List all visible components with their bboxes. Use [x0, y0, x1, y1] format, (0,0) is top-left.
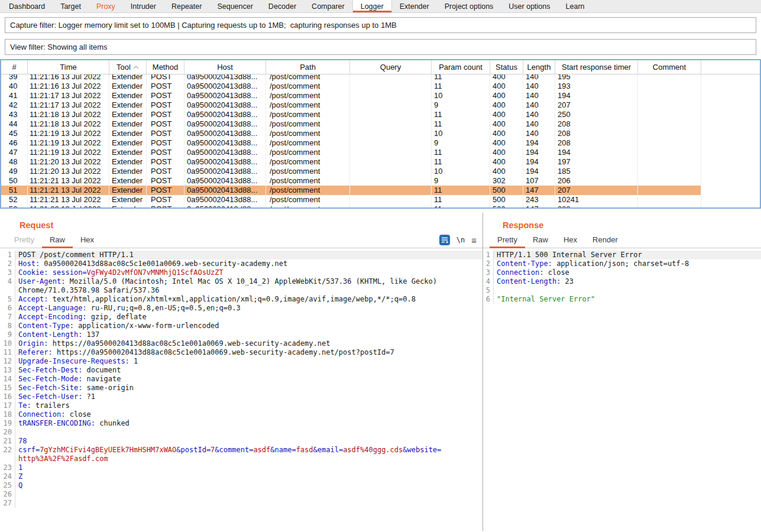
- cell-host: 0a9500020413d88...: [184, 91, 266, 100]
- line-content: Sec-Fetch-Site: same-origin: [15, 384, 482, 392]
- tab-comparer[interactable]: Comparer: [304, 0, 352, 12]
- cell-comment: [638, 195, 701, 205]
- line-content: Accept-Language: ru-RU,ru;q=0.8,en-US;q=…: [15, 304, 482, 313]
- request-editor[interactable]: 1POST /post/comment HTTP/1.12Host: 0a950…: [0, 248, 482, 508]
- cell-param_count: 11: [432, 157, 490, 167]
- cell-path: /post/comment: [266, 148, 350, 157]
- table-row[interactable]: 4911:21:20 13 Jul 2022ExtenderPOST0a9500…: [1, 167, 760, 176]
- column-header-time[interactable]: Time: [28, 60, 109, 74]
- cell-timer: 194: [555, 91, 638, 100]
- table-row[interactable]: 5011:21:21 13 Jul 2022ExtenderPOST0a9500…: [1, 176, 760, 186]
- code-line: 4Content-Length: 23: [483, 277, 761, 286]
- cell-status: 500: [490, 186, 523, 195]
- view-filter-bar[interactable]: View filter: Showing all items: [5, 39, 756, 55]
- cell-status: 500: [490, 195, 523, 205]
- tab-user-options[interactable]: User options: [501, 0, 558, 12]
- column-header-status[interactable]: Status: [490, 60, 523, 74]
- line-content: Referer: https://0a9500020413d88ac08c5c1…: [15, 348, 482, 357]
- cell-comment: [638, 176, 701, 186]
- column-header-query[interactable]: Query: [350, 60, 432, 74]
- column-header-param-count[interactable]: Param count: [432, 60, 490, 74]
- response-tab-pretty[interactable]: Pretty: [490, 233, 525, 248]
- cell-tool: Extender: [109, 176, 147, 186]
- table-row[interactable]: 4711:21:19 13 Jul 2022ExtenderPOST0a9500…: [1, 148, 760, 157]
- tab-project-options[interactable]: Project options: [437, 0, 501, 12]
- cell-host: 0a9500020413d88...: [184, 100, 266, 110]
- table-row[interactable]: 4611:21:19 13 Jul 2022ExtenderPOST0a9500…: [1, 138, 760, 148]
- cell-query: [350, 157, 432, 167]
- cell-method: POST: [147, 91, 184, 100]
- response-tab-hex[interactable]: Hex: [556, 233, 585, 248]
- cell-param_count: 11: [432, 74, 490, 82]
- cell-tool: Extender: [109, 100, 147, 110]
- tab-repeater[interactable]: Repeater: [164, 0, 209, 12]
- table-row[interactable]: 4511:21:19 13 Jul 2022ExtenderPOST0a9500…: [1, 129, 760, 138]
- cell-query: [350, 91, 432, 100]
- column-header-host[interactable]: Host: [184, 60, 266, 74]
- request-tab-hex[interactable]: Hex: [73, 233, 102, 248]
- cell-comment: [638, 148, 701, 157]
- table-row[interactable]: 4211:21:17 13 Jul 2022ExtenderPOST0a9500…: [1, 100, 760, 110]
- response-editor[interactable]: 1HTTP/1.1 500 Internal Server Error2Cont…: [483, 248, 761, 304]
- cell-path: /post/comment: [266, 138, 350, 148]
- tab-learn[interactable]: Learn: [558, 0, 592, 12]
- table-body[interactable]: 3911:21:16 13 Jul 2022ExtenderPOST0a9500…: [1, 74, 760, 207]
- column-header-tool[interactable]: Tool: [109, 60, 147, 74]
- cell-path: /post/comment: [266, 186, 350, 195]
- tab-sequencer[interactable]: Sequencer: [209, 0, 260, 12]
- cell-param_count: 11: [432, 119, 490, 129]
- table-row[interactable]: 4111:21:17 13 Jul 2022ExtenderPOST0a9500…: [1, 91, 760, 100]
- column-header-method[interactable]: Method: [147, 60, 184, 74]
- table-row[interactable]: 3911:21:16 13 Jul 2022ExtenderPOST0a9500…: [1, 74, 760, 82]
- response-tab-raw[interactable]: Raw: [525, 233, 556, 248]
- line-content: Te: trailers: [15, 401, 482, 410]
- cell-path: /post/comment: [266, 157, 350, 167]
- request-tab-pretty[interactable]: Pretty: [7, 233, 42, 248]
- cell-path: /post/comment: [266, 195, 350, 205]
- tab-extender[interactable]: Extender: [392, 0, 437, 12]
- column-header-start-response-timer[interactable]: Start response timer: [555, 60, 638, 74]
- line-number: 16: [0, 392, 15, 401]
- cell-method: POST: [147, 110, 184, 119]
- line-number: 1: [0, 251, 15, 259]
- table-row[interactable]: 4011:21:16 13 Jul 2022ExtenderPOST0a9500…: [1, 82, 760, 91]
- table-row[interactable]: 5211:21:21 13 Jul 2022ExtenderPOST0a9500…: [1, 195, 760, 205]
- table-row[interactable]: 5111:21:21 13 Jul 2022ExtenderPOST0a9500…: [1, 186, 760, 195]
- column-header-number[interactable]: #: [1, 60, 28, 74]
- cell-time: 11:21:20 13 Jul 2022: [28, 157, 109, 167]
- column-header-length[interactable]: Length: [523, 60, 555, 74]
- table-row[interactable]: 4411:21:18 13 Jul 2022ExtenderPOST0a9500…: [1, 119, 760, 129]
- response-tab-render[interactable]: Render: [585, 233, 626, 248]
- table-row[interactable]: 4811:21:20 13 Jul 2022ExtenderPOST0a9500…: [1, 157, 760, 167]
- cell-filler: [701, 74, 760, 82]
- cell-time: 11:21:19 13 Jul 2022: [28, 138, 109, 148]
- cell-time: 11:21:21 13 Jul 2022: [28, 195, 109, 205]
- cell-timer: 208: [555, 119, 638, 129]
- cell-id: 39: [1, 74, 28, 82]
- tab-proxy[interactable]: Proxy: [89, 0, 123, 12]
- cell-path: /post/comment: [266, 176, 350, 186]
- tab-intruder[interactable]: Intruder: [123, 0, 164, 12]
- soft-wrap-icon[interactable]: [439, 235, 450, 245]
- cell-status: 400: [490, 167, 523, 176]
- line-number: 27: [0, 499, 15, 508]
- capture-filter-text: Capture filter: Logger memory limit set …: [10, 21, 397, 30]
- tab-decoder[interactable]: Decoder: [261, 0, 304, 12]
- table-row[interactable]: 5311:21:22 13 Jul 2022ExtenderPOST0a9500…: [1, 205, 760, 207]
- capture-filter-bar[interactable]: Capture filter: Logger memory limit set …: [5, 17, 756, 33]
- cell-tool: Extender: [109, 119, 147, 129]
- cell-time: 11:21:16 13 Jul 2022: [28, 82, 109, 91]
- line-content: Content-Type: application/json; charset=…: [494, 259, 761, 268]
- column-header-comment[interactable]: Comment: [638, 60, 701, 74]
- nonprinting-chars-icon[interactable]: \n: [456, 236, 465, 244]
- line-number: 3: [483, 268, 494, 277]
- editor-menu-icon[interactable]: ≡: [471, 235, 477, 245]
- tab-logger[interactable]: Logger: [352, 0, 392, 12]
- cell-path: /post/comment: [266, 110, 350, 119]
- cell-method: POST: [147, 167, 184, 176]
- tab-target[interactable]: Target: [53, 0, 89, 12]
- request-tab-raw[interactable]: Raw: [42, 233, 73, 248]
- table-row[interactable]: 4311:21:18 13 Jul 2022ExtenderPOST0a9500…: [1, 110, 760, 119]
- tab-dashboard[interactable]: Dashboard: [1, 0, 53, 12]
- column-header-path[interactable]: Path: [266, 60, 350, 74]
